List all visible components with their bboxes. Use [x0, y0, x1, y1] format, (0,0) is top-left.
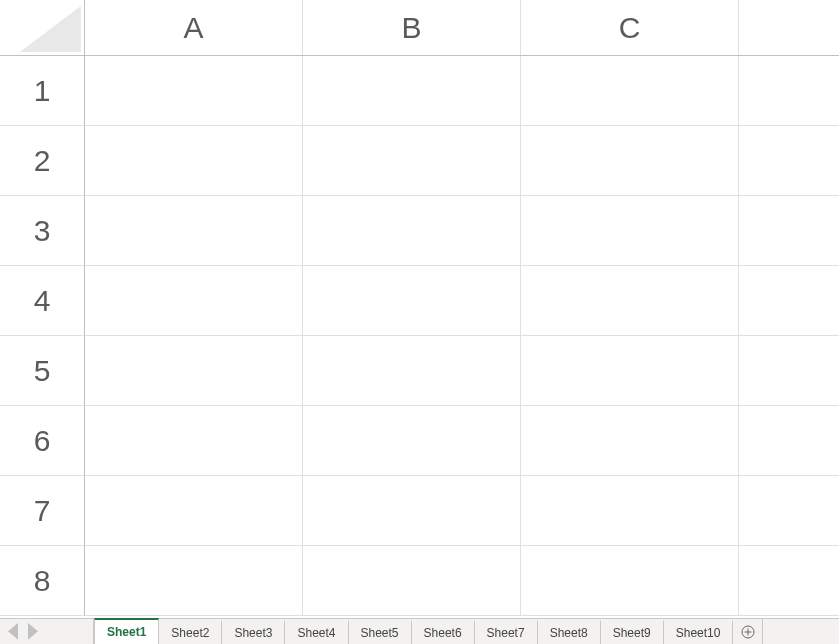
- cell[interactable]: [303, 56, 521, 125]
- cell[interactable]: [739, 476, 839, 545]
- row-header[interactable]: 8: [0, 546, 85, 616]
- cell[interactable]: [303, 336, 521, 405]
- row-header[interactable]: 2: [0, 126, 85, 196]
- sheet-tab[interactable]: Sheet2: [159, 620, 222, 644]
- sheet-tab[interactable]: Sheet8: [538, 620, 601, 644]
- cell[interactable]: [85, 266, 303, 335]
- svg-marker-2: [28, 623, 38, 640]
- column-headers: A B C: [85, 0, 839, 56]
- select-all-corner[interactable]: [0, 0, 85, 56]
- sheet-nav-next-icon[interactable]: [28, 625, 38, 639]
- cell[interactable]: [303, 266, 521, 335]
- column-header[interactable]: A: [85, 0, 303, 55]
- cell[interactable]: [739, 406, 839, 475]
- svg-marker-0: [20, 6, 81, 52]
- cell[interactable]: [303, 476, 521, 545]
- cell[interactable]: [521, 196, 739, 265]
- sheet-tab[interactable]: Sheet7: [475, 620, 538, 644]
- cell[interactable]: [739, 56, 839, 125]
- add-sheet-button[interactable]: [733, 619, 763, 644]
- sheet-tabs: Sheet1 Sheet2 Sheet3 Sheet4 Sheet5 Sheet…: [94, 619, 733, 644]
- row-header[interactable]: 1: [0, 56, 85, 126]
- cell[interactable]: [85, 476, 303, 545]
- cell[interactable]: [521, 266, 739, 335]
- cell[interactable]: [739, 336, 839, 405]
- column-header[interactable]: B: [303, 0, 521, 55]
- cell[interactable]: [303, 546, 521, 615]
- cell[interactable]: [85, 126, 303, 195]
- sheet-tab[interactable]: Sheet5: [349, 620, 412, 644]
- cell[interactable]: [739, 546, 839, 615]
- row-header[interactable]: 6: [0, 406, 85, 476]
- cell[interactable]: [303, 406, 521, 475]
- sheet-tab[interactable]: Sheet9: [601, 620, 664, 644]
- cell[interactable]: [85, 56, 303, 125]
- row-headers: 1 2 3 4 5 6 7 8: [0, 56, 85, 616]
- cell[interactable]: [303, 196, 521, 265]
- cell[interactable]: [521, 406, 739, 475]
- row-header[interactable]: 7: [0, 476, 85, 546]
- cell[interactable]: [739, 126, 839, 195]
- sheet-tab[interactable]: Sheet1: [94, 618, 159, 644]
- column-header[interactable]: [739, 0, 839, 55]
- sheet-nav: [0, 619, 46, 644]
- sheet-tab-strip: Sheet1 Sheet2 Sheet3 Sheet4 Sheet5 Sheet…: [0, 618, 839, 644]
- cell[interactable]: [521, 56, 739, 125]
- sheet-tab[interactable]: Sheet3: [222, 620, 285, 644]
- sheet-tab[interactable]: Sheet6: [412, 620, 475, 644]
- sheet-nav-prev-icon[interactable]: [8, 625, 18, 639]
- sheet-tab[interactable]: Sheet4: [285, 620, 348, 644]
- plus-circle-icon: [741, 625, 755, 639]
- cell[interactable]: [739, 196, 839, 265]
- spreadsheet-grid: A B C 1 2 3 4 5 6 7 8: [0, 0, 839, 618]
- row-header[interactable]: 3: [0, 196, 85, 266]
- tab-strip-spacer: [46, 619, 94, 644]
- sheet-tab[interactable]: Sheet10: [664, 620, 734, 644]
- cell[interactable]: [85, 546, 303, 615]
- row-header[interactable]: 4: [0, 266, 85, 336]
- cell[interactable]: [85, 196, 303, 265]
- cell-grid: [85, 56, 839, 618]
- cell[interactable]: [521, 476, 739, 545]
- column-header[interactable]: C: [521, 0, 739, 55]
- cell[interactable]: [739, 266, 839, 335]
- cell[interactable]: [85, 336, 303, 405]
- cell[interactable]: [521, 126, 739, 195]
- cell[interactable]: [521, 336, 739, 405]
- row-header[interactable]: 5: [0, 336, 85, 406]
- cell[interactable]: [521, 546, 739, 615]
- cell[interactable]: [85, 406, 303, 475]
- svg-marker-1: [8, 623, 18, 640]
- cell[interactable]: [303, 126, 521, 195]
